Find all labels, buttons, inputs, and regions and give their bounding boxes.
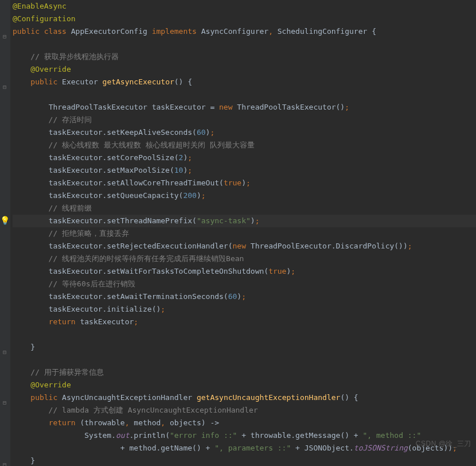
code-line[interactable]: taskExecutor.setThreadNamePrefix("async-… [13, 215, 476, 227]
code-token: taskExecutor.setAllowCoreThreadTimeOut( [49, 178, 224, 187]
code-line[interactable] [13, 354, 476, 366]
code-line[interactable]: @EnableAsync [13, 0, 476, 13]
code-token: ) [237, 292, 241, 301]
code-token: ; [161, 305, 165, 313]
code-line[interactable]: @Configuration [13, 13, 476, 25]
code-line[interactable]: // 核心线程数 最大线程数 核心线程超时关闭 队列最大容量 [13, 139, 476, 152]
code-token: ", parameters ::" [214, 444, 291, 452]
code-line[interactable]: taskExecutor.setMaxPoolSize(10); [13, 164, 476, 177]
code-line[interactable]: return taskExecutor; [13, 316, 476, 328]
code-line[interactable]: public class AppExecutorConfig implement… [13, 25, 476, 38]
code-line[interactable]: // 用于捕获异常信息 [13, 366, 476, 379]
watermark-text: CSDN @徐_三刀 [416, 437, 471, 450]
code-line[interactable]: // 等待60s后在进行销毁 [13, 278, 476, 290]
code-line[interactable]: taskExecutor.setAwaitTerminationSeconds(… [13, 290, 476, 303]
code-token: ThreadPoolExecutor.DiscardPolicy()) [251, 242, 408, 250]
lightbulb-icon[interactable]: 💡 [0, 214, 10, 227]
code-line[interactable]: taskExecutor.setKeepAliveSeconds(60); [13, 126, 476, 139]
code-token: taskExecutor.setKeepAliveSeconds( [49, 128, 197, 137]
code-token: @Override [13, 380, 71, 389]
editor-gutter[interactable]: ⊟⊟⊟⊟⊟💡 [0, 0, 10, 466]
code-line[interactable]: taskExecutor.initialize(); [13, 303, 476, 316]
code-token: @Configuration [13, 14, 76, 23]
code-token: taskExecutor.setThreadNamePrefix( [49, 216, 197, 225]
code-line[interactable]: } [13, 455, 476, 466]
code-token: ; [255, 216, 260, 225]
code-line[interactable] [13, 328, 476, 341]
code-token: // 存活时间 [13, 115, 92, 124]
code-token: @Override [13, 65, 71, 73]
code-token: ; [188, 153, 192, 162]
code-token: System. [84, 431, 116, 440]
code-line[interactable]: + method.getName() + ", parameters ::" +… [13, 442, 476, 455]
code-token: out [116, 431, 129, 440]
code-line[interactable] [13, 38, 476, 51]
code-token: taskExecutor [80, 317, 134, 326]
fold-marker-icon[interactable]: ⊟ [3, 81, 6, 94]
code-line[interactable] [13, 88, 476, 101]
code-token: // 线程前缀 [13, 204, 92, 212]
code-token: // 拒绝策略，直接丢弃 [13, 229, 129, 238]
code-token [13, 418, 49, 427]
code-line[interactable]: ThreadPoolTaskExecutor taskExecutor = ne… [13, 101, 476, 114]
code-line[interactable]: // 获取异步线程池执行器 [13, 51, 476, 63]
code-token: (throwable [80, 418, 124, 427]
code-token: () { [174, 77, 192, 86]
code-token: , [161, 418, 170, 427]
code-token: new [233, 242, 251, 250]
code-token [13, 393, 30, 402]
code-token: ; [201, 191, 206, 200]
code-line[interactable]: // 线程前缀 [13, 202, 476, 215]
code-line[interactable]: return (throwable, method, objects) -> [13, 417, 476, 429]
code-line[interactable]: taskExecutor.setWaitForTasksToCompleteOn… [13, 265, 476, 278]
fold-marker-icon[interactable]: ⊟ [3, 346, 6, 359]
code-line[interactable]: taskExecutor.setAllowCoreThreadTimeOut(t… [13, 177, 476, 189]
code-line[interactable]: System.out.println("error info ::" + thr… [13, 429, 476, 442]
code-token: 10 [174, 166, 184, 174]
code-token [13, 242, 49, 250]
code-token: ; [345, 103, 349, 111]
code-line[interactable]: public Executor getAsyncExecutor() { [13, 76, 476, 88]
code-token: () { [340, 393, 358, 402]
code-token: objects) -> [170, 418, 219, 427]
code-editor[interactable]: ⊟⊟⊟⊟⊟💡 @EnableAsync@Configurationpublic … [0, 0, 476, 466]
code-token: "async-task" [197, 216, 251, 225]
code-line[interactable]: @Override [13, 379, 476, 391]
code-line[interactable]: taskExecutor.setCorePoolSize(2); [13, 152, 476, 164]
code-token: public class [13, 27, 71, 36]
code-line[interactable]: @Override [13, 63, 476, 76]
code-line[interactable]: public AsyncUncaughtExceptionHandler get… [13, 391, 476, 404]
code-line[interactable]: // 存活时间 [13, 114, 476, 126]
code-token: taskExecutor.setRejectedExecutionHandler… [49, 242, 233, 250]
code-line[interactable]: // 线程池关闭的时候等待所有任务完成后再继续销毁Bean [13, 253, 476, 265]
code-token: getAsyncUncaughtExceptionHandler [197, 393, 340, 402]
code-token [13, 77, 30, 86]
code-token: toJSONString [354, 444, 408, 452]
code-line[interactable]: taskExecutor.setQueueCapacity(200); [13, 189, 476, 202]
code-token: + JSONObject. [291, 444, 354, 452]
code-line[interactable]: // lambda 方式创建 AsyncUncaughtExceptionHan… [13, 404, 476, 417]
fold-marker-icon[interactable]: ⊟ [3, 397, 6, 409]
code-token: ; [246, 178, 251, 187]
fold-marker-icon[interactable]: ⊟ [3, 459, 6, 466]
code-token: + method.getName() + [120, 444, 214, 452]
code-token: // 核心线程数 最大线程数 核心线程超时关闭 队列最大容量 [13, 141, 255, 149]
code-line[interactable]: } [13, 341, 476, 354]
code-token: // 线程池关闭的时候等待所有任务完成后再继续销毁Bean [13, 254, 244, 263]
code-token [13, 444, 120, 452]
code-token: true [268, 267, 286, 275]
code-token: .println( [130, 431, 170, 440]
code-token: // lambda 方式创建 AsyncUncaughtExceptionHan… [13, 406, 258, 414]
code-token: public [30, 77, 62, 86]
code-token: taskExecutor.initialize() [49, 305, 161, 313]
code-token [13, 292, 49, 301]
code-token: AppExecutorConfig [71, 27, 152, 36]
code-token: AsyncConfigurer [201, 27, 268, 36]
code-line[interactable]: taskExecutor.setRejectedExecutionHandler… [13, 240, 476, 253]
code-token: ; [210, 128, 214, 137]
code-line[interactable]: // 拒绝策略，直接丢弃 [13, 227, 476, 240]
fold-marker-icon[interactable]: ⊟ [3, 30, 6, 43]
code-token: public [30, 393, 62, 402]
code-token: taskExecutor.setAwaitTerminationSeconds( [49, 292, 228, 301]
code-area[interactable]: @EnableAsync@Configurationpublic class A… [10, 0, 476, 466]
